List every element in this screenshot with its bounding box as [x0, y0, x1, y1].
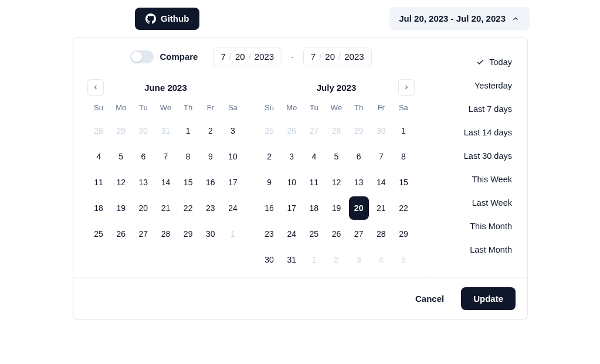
day-cell[interactable]: 20: [133, 196, 153, 220]
day-cell[interactable]: 6: [133, 145, 153, 168]
day-cell[interactable]: 30: [201, 222, 221, 246]
day-cell[interactable]: 29: [178, 222, 198, 246]
day-cell[interactable]: 26: [111, 222, 131, 246]
cancel-button[interactable]: Cancel: [403, 287, 456, 310]
day-cell[interactable]: 25: [259, 119, 279, 142]
day-cell[interactable]: 28: [326, 119, 346, 142]
preset-item[interactable]: Yesterday: [436, 75, 520, 96]
day-cell[interactable]: 3: [282, 145, 301, 168]
day-cell[interactable]: 29: [349, 119, 369, 142]
day-cell[interactable]: 12: [111, 171, 131, 194]
day-cell[interactable]: 18: [304, 196, 324, 220]
day-cell[interactable]: 5: [111, 145, 131, 168]
day-cell[interactable]: 19: [111, 196, 131, 220]
day-cell[interactable]: 28: [155, 222, 175, 246]
day-cell[interactable]: 27: [133, 222, 153, 246]
day-cell[interactable]: 7: [155, 145, 175, 168]
compare-toggle[interactable]: [130, 50, 154, 63]
day-cell[interactable]: 28: [89, 119, 109, 142]
day-cell[interactable]: 2: [201, 119, 221, 142]
day-cell[interactable]: 1: [304, 248, 324, 271]
day-cell[interactable]: 1: [178, 119, 198, 142]
day-cell[interactable]: 19: [326, 196, 346, 220]
day-cell[interactable]: 9: [259, 171, 279, 194]
day-cell[interactable]: 15: [394, 171, 413, 194]
day-cell[interactable]: 25: [304, 222, 324, 246]
preset-label: Last Month: [470, 245, 512, 254]
day-cell[interactable]: 18: [89, 196, 109, 220]
day-cell[interactable]: 30: [259, 248, 279, 271]
day-cell[interactable]: 23: [201, 196, 221, 220]
daterange-button[interactable]: Jul 20, 2023 - Jul 20, 2023: [389, 7, 530, 30]
day-cell[interactable]: 23: [259, 222, 279, 246]
day-cell[interactable]: 5: [394, 248, 413, 271]
preset-item[interactable]: Today: [436, 52, 520, 73]
day-cell[interactable]: 17: [282, 196, 301, 220]
day-cell[interactable]: 12: [326, 171, 346, 194]
daterange-label: Jul 20, 2023 - Jul 20, 2023: [399, 13, 506, 23]
day-cell[interactable]: 11: [304, 171, 324, 194]
preset-item[interactable]: Last 30 days: [436, 145, 520, 166]
weekday-header: We: [154, 101, 177, 118]
day-cell[interactable]: 27: [349, 222, 369, 246]
day-cell[interactable]: 10: [223, 145, 243, 168]
date-from-input[interactable]: 7 / 20 / 2023: [213, 47, 282, 66]
day-cell[interactable]: 15: [178, 171, 198, 194]
day-cell[interactable]: 16: [259, 196, 279, 220]
preset-item[interactable]: Last Week: [436, 192, 520, 213]
preset-item[interactable]: Last 14 days: [436, 122, 520, 143]
day-cell[interactable]: 8: [178, 145, 198, 168]
day-cell[interactable]: 22: [178, 196, 198, 220]
day-cell[interactable]: 29: [394, 222, 413, 246]
day-cell[interactable]: 13: [133, 171, 153, 194]
day-cell[interactable]: 10: [282, 171, 301, 194]
preset-item[interactable]: Last Month: [436, 239, 520, 260]
day-cell[interactable]: 2: [326, 248, 346, 271]
date-to-input[interactable]: 7 / 20 / 2023: [303, 47, 372, 66]
day-cell[interactable]: 24: [282, 222, 301, 246]
day-cell[interactable]: 31: [282, 248, 301, 271]
day-cell[interactable]: 24: [223, 196, 243, 220]
day-cell[interactable]: 22: [394, 196, 413, 220]
github-button[interactable]: Github: [135, 8, 199, 30]
day-cell[interactable]: 27: [304, 119, 324, 142]
day-cell[interactable]: 7: [371, 145, 391, 168]
month-right: July 2023 SuMoTuWeThFrSa 252627282930123…: [258, 77, 415, 273]
day-cell[interactable]: 6: [349, 145, 369, 168]
day-cell[interactable]: 5: [326, 145, 346, 168]
day-cell[interactable]: 3: [349, 248, 369, 271]
day-cell[interactable]: 14: [371, 171, 391, 194]
day-cell[interactable]: 2: [259, 145, 279, 168]
preset-item[interactable]: This Month: [436, 216, 520, 237]
day-cell[interactable]: 31: [155, 119, 175, 142]
day-cell[interactable]: 14: [155, 171, 175, 194]
preset-label: Last 14 days: [464, 128, 512, 137]
day-cell[interactable]: 1: [223, 222, 243, 246]
weekday-header: Sa: [392, 101, 415, 118]
weekday-header: Tu: [132, 101, 154, 118]
day-cell[interactable]: 26: [282, 119, 301, 142]
day-cell[interactable]: 25: [89, 222, 109, 246]
day-cell[interactable]: 4: [304, 145, 324, 168]
day-cell[interactable]: 9: [201, 145, 221, 168]
update-button[interactable]: Update: [461, 287, 516, 310]
day-cell[interactable]: 20: [349, 196, 369, 220]
day-cell[interactable]: 8: [394, 145, 413, 168]
day-cell[interactable]: 29: [111, 119, 131, 142]
day-cell[interactable]: 1: [394, 119, 413, 142]
preset-item[interactable]: Last 7 days: [436, 98, 520, 120]
day-cell[interactable]: 21: [371, 196, 391, 220]
day-cell[interactable]: 11: [89, 171, 109, 194]
day-cell[interactable]: 4: [89, 145, 109, 168]
day-cell[interactable]: 4: [371, 248, 391, 271]
preset-item[interactable]: This Week: [436, 169, 520, 190]
day-cell[interactable]: 30: [371, 119, 391, 142]
day-cell[interactable]: 17: [223, 171, 243, 194]
day-cell[interactable]: 3: [223, 119, 243, 142]
day-cell[interactable]: 21: [155, 196, 175, 220]
day-cell[interactable]: 13: [349, 171, 369, 194]
day-cell[interactable]: 26: [326, 222, 346, 246]
day-cell[interactable]: 16: [201, 171, 221, 194]
day-cell[interactable]: 30: [133, 119, 153, 142]
day-cell[interactable]: 28: [371, 222, 391, 246]
